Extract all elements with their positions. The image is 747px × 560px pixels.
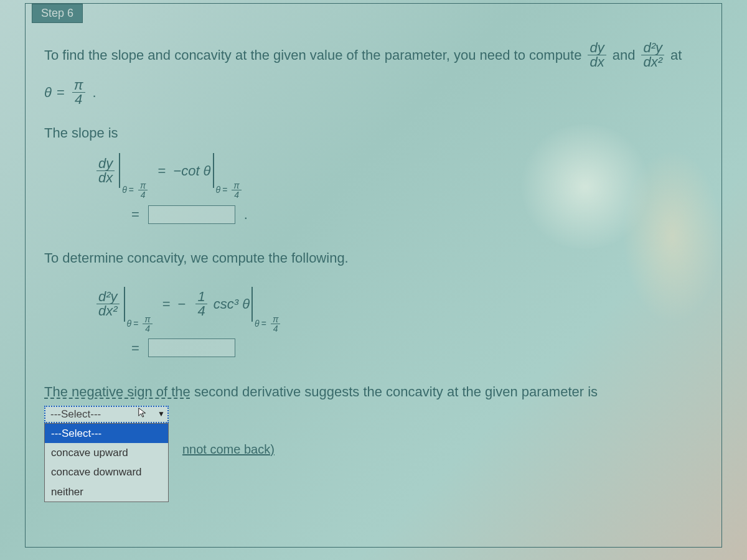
- dx2-den: dx²: [641, 55, 664, 69]
- chevron-down-icon: ▼: [157, 408, 165, 420]
- content-area: To find the slope and concavity at the g…: [26, 4, 721, 442]
- dropdown-option-neither[interactable]: neither: [45, 482, 168, 502]
- slope-eval-left: dy dx θ = π 4: [94, 153, 150, 188]
- slope-input[interactable]: [148, 205, 235, 224]
- frac-dy-dx: dy dx: [588, 41, 606, 69]
- dropdown-option-select[interactable]: ---Select---: [45, 424, 168, 443]
- param-value-row: θ = π 4 .: [44, 78, 703, 106]
- frac-d2ydx2-eval: d²y dx²: [96, 290, 120, 318]
- step-header: Step 6: [32, 4, 83, 23]
- dropdown-option-concave-downward[interactable]: concave downward: [45, 462, 168, 482]
- frac-d2y-dx2: d²y dx²: [641, 41, 664, 69]
- concavity-input[interactable]: [148, 338, 235, 357]
- period: .: [93, 82, 96, 103]
- intro-text: To find the slope and concavity at the g…: [44, 41, 703, 69]
- csc3-theta: csc³ θ: [214, 293, 250, 315]
- step-label: Step 6: [41, 7, 73, 19]
- conc-neg: −: [178, 293, 186, 315]
- select-display[interactable]: ---Select--- ▼: [44, 406, 169, 423]
- equals-sign: =: [57, 82, 65, 103]
- slope-equation: dy dx θ = π 4 = −cot θ: [94, 153, 703, 188]
- conclusion-text: The negative sign of the second derivati…: [44, 381, 703, 403]
- negcot-theta: −cot θ: [173, 160, 210, 182]
- eval-sub-3: θ = π 4: [125, 315, 155, 333]
- concavity-intro: To determine concavity, we compute the f…: [44, 247, 703, 269]
- concavity-eval-left: d²y dx² θ = π 4: [94, 287, 155, 322]
- slope-equals-1: =: [157, 160, 166, 182]
- dx-den: dx: [588, 55, 606, 69]
- content-frame: Step 6 To find the slope and concavity a…: [25, 3, 722, 548]
- concavity-eval-right: 1 4 csc³ θ θ = π 4: [193, 287, 283, 322]
- intro-part1: To find the slope and concavity at the g…: [44, 44, 581, 66]
- d2y-num: d²y: [641, 41, 664, 55]
- conc-equals-2: =: [131, 337, 139, 359]
- frac-dydx-eval: dy dx: [96, 157, 115, 185]
- occluded-hint-text: nnot come back): [182, 439, 275, 459]
- intro-at: at: [670, 44, 682, 66]
- concavity-equation: d²y dx² θ = π 4 = − 1: [94, 287, 703, 322]
- conclusion-prefix: The negative sign of the: [44, 384, 190, 399]
- intro-and: and: [613, 44, 636, 66]
- dy-num: dy: [588, 41, 606, 55]
- slope-equals-2: =: [131, 203, 139, 225]
- slope-eval-right: −cot θ θ = π 4: [173, 153, 243, 188]
- conclusion-rest: second derivative suggests the concavity…: [190, 384, 598, 399]
- eval-sub-2: θ = π 4: [214, 181, 244, 199]
- dropdown-list: ---Select--- concave upward concave down…: [44, 423, 169, 502]
- concavity-select[interactable]: ---Select--- ▼ ---Select--- concave upwa…: [44, 406, 169, 423]
- frac-pi-4: π 4: [72, 78, 85, 106]
- period-2: .: [244, 203, 248, 225]
- theta-symbol: θ: [44, 82, 52, 103]
- slope-answer-row: = .: [131, 203, 703, 225]
- pi-num: π: [72, 78, 85, 93]
- eval-sub-1: θ = π 4: [120, 181, 150, 199]
- eval-sub-4: θ = π 4: [253, 315, 283, 333]
- four-den: 4: [73, 93, 84, 106]
- select-placeholder: ---Select---: [50, 406, 101, 422]
- slope-label: The slope is: [44, 122, 703, 144]
- dropdown-option-concave-upward[interactable]: concave upward: [45, 443, 168, 462]
- frac-1-4: 1 4: [195, 290, 207, 318]
- concavity-answer-row: =: [131, 337, 703, 359]
- conc-equals-1: =: [162, 293, 171, 315]
